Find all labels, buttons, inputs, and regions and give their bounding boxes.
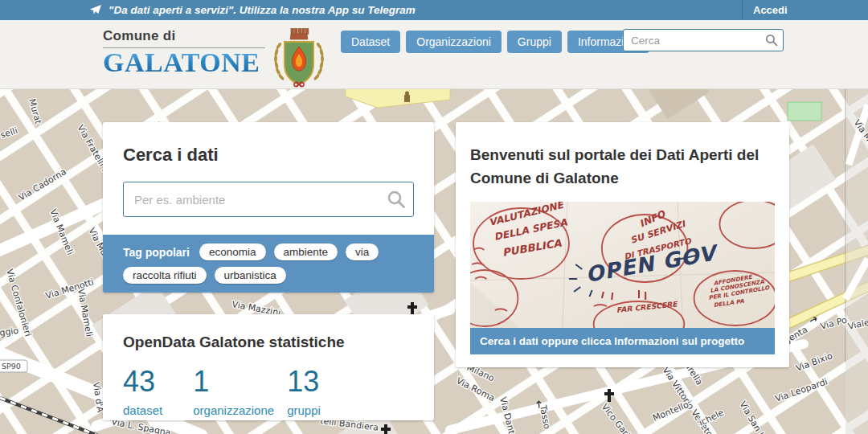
tag-pill[interactable]: economia (199, 244, 266, 260)
welcome-photo: VALUTAZIONE DELLA SPESA PUBBLICA INFO SU… (470, 202, 775, 354)
search-card: Cerca i dati Tag popolari economia ambie… (103, 122, 434, 293)
login-button[interactable]: Accedi (742, 0, 868, 20)
site-logo[interactable]: Comune di GALATONE (103, 28, 265, 76)
tags-label: Tag popolari (123, 246, 190, 259)
stat-value: 13 (287, 367, 321, 396)
stats-card-title: OpenData Galatone statistiche (123, 334, 414, 351)
announcement-text: "Da dati aperti a servizi". Utilizza la … (108, 4, 416, 16)
logo-line1: Comune di (103, 28, 265, 44)
coat-of-arms (268, 22, 330, 89)
popular-tags-band: Tag popolari economia ambiente via racco… (103, 235, 434, 293)
nav-item-dataset[interactable]: Dataset (341, 31, 400, 53)
stat-label: dataset (123, 403, 162, 417)
stat-label: organizzazione (193, 403, 274, 417)
svg-text:SP90: SP90 (2, 362, 21, 371)
stat-value: 1 (193, 367, 274, 396)
nav-item-organizzazioni[interactable]: Organizzazioni (406, 31, 502, 53)
welcome-card: Benvenuti sul portale dei Dati Aperti de… (456, 122, 789, 367)
park-area (788, 102, 821, 121)
dataset-search-input[interactable] (123, 182, 414, 217)
stat-groups: 13 gruppi (287, 367, 321, 417)
paper-plane-icon (90, 5, 102, 15)
tag-pill[interactable]: raccolta rifiuti (123, 267, 207, 284)
stat-organizations: 1 organizzazione (193, 367, 274, 417)
magnifier-icon[interactable] (387, 190, 406, 209)
tag-pill[interactable]: via (346, 244, 379, 260)
telegram-announcement-link[interactable]: "Da dati aperti a servizi". Utilizza la … (90, 0, 416, 20)
stat-label: gruppi (287, 403, 321, 417)
route-badge: SP90 (0, 360, 27, 372)
monument-icon (404, 92, 410, 103)
magnifier-icon[interactable] (765, 34, 778, 47)
header-search-input[interactable] (623, 29, 784, 51)
tag-pill[interactable]: ambiente (274, 244, 338, 260)
welcome-caption: Cerca i dati oppure clicca Informazioni … (470, 328, 775, 354)
nav-item-gruppi[interactable]: Gruppi (507, 31, 562, 53)
stats-card: OpenData Galatone statistiche 43 dataset… (103, 314, 434, 420)
site-header: Comune di GALATONE (0, 20, 868, 89)
welcome-title: Benvenuti sul portale dei Dati Aperti de… (470, 143, 775, 190)
stat-value: 43 (123, 367, 162, 396)
search-card-title: Cerca i dati (123, 145, 414, 166)
stat-datasets: 43 dataset (123, 367, 162, 417)
top-announcement-bar: "Da dati aperti a servizi". Utilizza la … (0, 0, 868, 20)
main-nav: Dataset Organizzazioni Gruppi Informazio… (341, 31, 649, 53)
tag-pill[interactable]: urbanistica (215, 267, 286, 284)
logo-line2: GALATONE (103, 49, 265, 76)
